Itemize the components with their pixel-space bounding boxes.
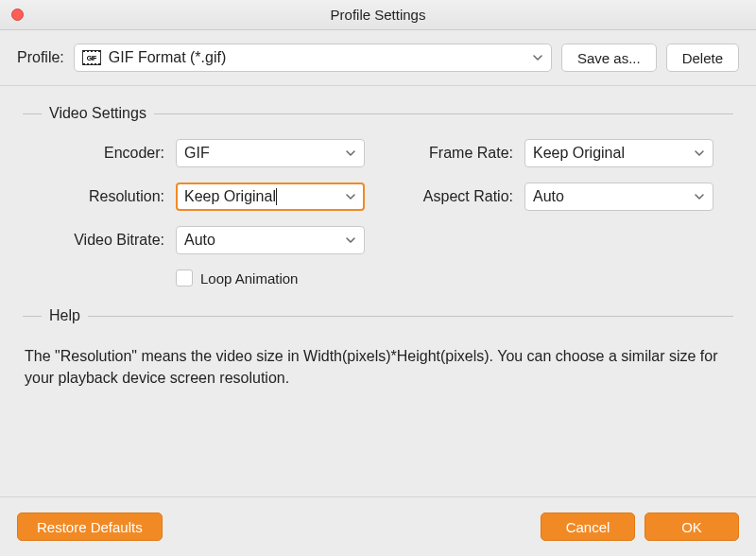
frame-rate-label: Frame Rate:: [376, 145, 513, 162]
divider: [154, 113, 733, 114]
encoder-value: GIF: [184, 145, 339, 162]
close-window-button[interactable]: [11, 9, 24, 21]
aspect-ratio-label: Aspect Ratio:: [376, 188, 513, 205]
footer: Restore Defaults Cancel OK: [0, 496, 756, 556]
delete-button[interactable]: Delete: [666, 43, 739, 72]
aspect-ratio-select[interactable]: Auto: [524, 182, 713, 211]
group-header: Video Settings: [23, 105, 733, 122]
video-bitrate-value: Auto: [184, 232, 339, 249]
loop-animation-label: Loop Animation: [200, 270, 298, 287]
frame-rate-value: Keep Original: [533, 145, 688, 162]
chevron-down-icon: [694, 148, 705, 159]
chevron-down-icon: [345, 148, 356, 159]
group-header: Help: [23, 307, 733, 324]
encoder-select[interactable]: GIF: [176, 139, 365, 167]
frame-rate-select[interactable]: Keep Original: [524, 139, 713, 167]
profile-row: Profile: GIF GIF Format (*.gif) Save as.…: [0, 30, 756, 86]
profile-label: Profile:: [17, 49, 64, 66]
video-bitrate-select[interactable]: Auto: [176, 226, 365, 254]
resolution-select[interactable]: Keep Original: [176, 182, 365, 211]
traffic-lights: [11, 9, 24, 21]
titlebar: Profile Settings: [0, 0, 756, 30]
content-area: Video Settings Encoder: GIF Frame Rate: …: [0, 86, 756, 389]
window-title: Profile Settings: [0, 7, 756, 23]
profile-value: GIF Format (*.gif): [109, 49, 524, 66]
ok-button[interactable]: OK: [644, 513, 739, 541]
divider: [23, 316, 42, 317]
video-settings-grid: Encoder: GIF Frame Rate: Keep Original R…: [23, 139, 733, 287]
resolution-value: Keep Original: [184, 188, 339, 206]
encoder-label: Encoder:: [23, 145, 164, 162]
divider: [23, 113, 42, 114]
chevron-down-icon: [345, 235, 356, 246]
video-settings-title: Video Settings: [49, 105, 146, 122]
loop-animation-checkbox[interactable]: [176, 269, 193, 287]
chevron-down-icon: [532, 52, 543, 63]
gif-format-icon: GIF: [82, 50, 101, 65]
video-bitrate-label: Video Bitrate:: [23, 232, 164, 249]
help-group: Help The "Resolution" means the video si…: [23, 307, 733, 389]
divider: [88, 316, 733, 317]
chevron-down-icon: [694, 191, 705, 202]
video-settings-group: Video Settings Encoder: GIF Frame Rate: …: [23, 105, 733, 287]
loop-animation-row: Loop Animation: [176, 269, 365, 287]
profile-combobox[interactable]: GIF GIF Format (*.gif): [74, 43, 552, 72]
resolution-label: Resolution:: [23, 188, 164, 205]
save-as-button[interactable]: Save as...: [561, 43, 657, 72]
chevron-down-icon: [345, 191, 356, 202]
restore-defaults-button[interactable]: Restore Defaults: [17, 513, 163, 541]
help-text: The "Resolution" means the video size in…: [23, 341, 733, 389]
cancel-button[interactable]: Cancel: [541, 513, 635, 541]
aspect-ratio-value: Auto: [533, 188, 688, 205]
help-title: Help: [49, 307, 80, 324]
